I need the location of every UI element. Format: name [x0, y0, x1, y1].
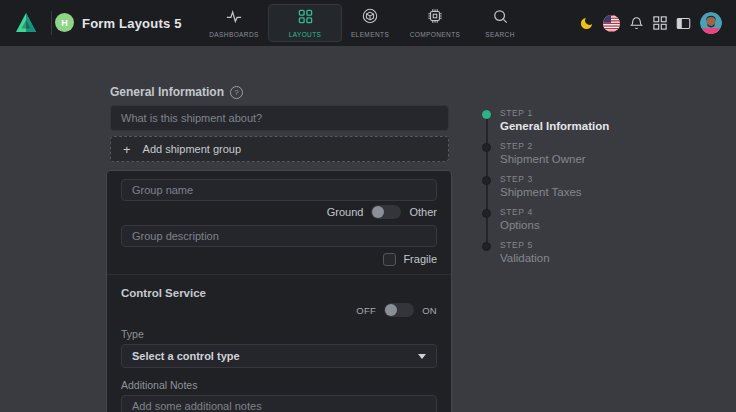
step-title: Shipment Taxes [500, 185, 609, 200]
step-dot [482, 209, 491, 218]
menu-label: COMPONENTS [410, 31, 461, 38]
step-label: STEP 3 [500, 174, 609, 185]
group-description-input[interactable] [121, 225, 437, 247]
control-type-value: Select a control type [132, 350, 240, 362]
additional-notes-label: Additional Notes [121, 379, 437, 391]
bell-icon[interactable] [629, 16, 644, 31]
step-dot [482, 110, 491, 119]
group-name-input[interactable] [121, 179, 437, 201]
stepper-step-1[interactable]: STEP 1 General Information [482, 108, 609, 134]
moon-icon[interactable] [579, 16, 594, 31]
card-divider [107, 274, 451, 275]
section-heading: General Information ? [110, 85, 243, 99]
chevron-down-icon [418, 354, 426, 359]
control-type-select[interactable]: Select a control type [121, 344, 437, 368]
step-title: Options [500, 218, 609, 233]
plus-icon: + [123, 143, 131, 156]
step-label: STEP 2 [500, 141, 609, 152]
menu-item-elements[interactable]: ELEMENTS [342, 0, 398, 46]
step-title: Validation [500, 251, 609, 266]
section-heading-text: General Information [110, 85, 224, 99]
shipment-about-input[interactable] [110, 105, 449, 131]
step-label: STEP 1 [500, 108, 609, 119]
control-service-toggle[interactable] [384, 303, 414, 317]
step-label: STEP 4 [500, 207, 609, 218]
activity-icon [226, 9, 242, 28]
toggle-right-label: Other [409, 206, 437, 218]
stepper-step-3[interactable]: STEP 3 Shipment Taxes [482, 174, 609, 200]
navbar-divider [51, 11, 52, 35]
menu-label: SEARCH [485, 31, 515, 38]
form-layouts-page: H Form Layouts 5 DASHBOARDS [0, 0, 736, 412]
menu-label: DASHBOARDS [209, 31, 259, 38]
search-icon [493, 9, 508, 28]
fragile-checkbox[interactable] [383, 253, 396, 266]
avatar[interactable] [700, 12, 722, 34]
navbar-actions [579, 0, 722, 46]
help-icon[interactable]: ? [230, 86, 243, 99]
toggle-left-label: Ground [327, 206, 364, 218]
toggle-knob [385, 304, 397, 316]
fragile-label: Fragile [403, 253, 437, 265]
grid-icon [298, 9, 313, 28]
step-title: Shipment Owner [500, 152, 609, 167]
context-badge[interactable]: H [55, 13, 74, 32]
menu-label: LAYOUTS [289, 31, 322, 38]
stepper-step-4[interactable]: STEP 4 Options [482, 207, 609, 233]
ground-other-toggle-row: Ground Other [121, 205, 437, 219]
step-label: STEP 5 [500, 240, 609, 251]
menu-label: ELEMENTS [351, 31, 389, 38]
step-dot [482, 242, 491, 251]
control-service-toggle-row: OFF ON [121, 303, 437, 317]
main-menu: DASHBOARDS LAYOUTS [200, 0, 528, 46]
menu-item-search[interactable]: SEARCH [472, 0, 528, 46]
fragile-row: Fragile [121, 252, 437, 266]
shipment-group-card: Ground Other Fragile Control Service OFF… [106, 170, 452, 412]
wizard-stepper: STEP 1 General Information STEP 2 Shipme… [482, 108, 609, 273]
stepper-step-2[interactable]: STEP 2 Shipment Owner [482, 141, 609, 167]
menu-item-components[interactable]: COMPONENTS [398, 0, 472, 46]
sidebar-toggle-icon[interactable] [676, 16, 691, 31]
apps-icon[interactable] [653, 16, 667, 30]
chip-icon [427, 8, 443, 28]
step-title: General Information [500, 119, 609, 134]
on-label: ON [422, 305, 437, 316]
add-group-label: Add shipment group [143, 143, 241, 155]
off-label: OFF [356, 305, 376, 316]
menu-item-dashboards[interactable]: DASHBOARDS [200, 0, 268, 46]
toggle-knob [372, 206, 384, 218]
page-title: Form Layouts 5 [82, 0, 182, 46]
ground-other-toggle[interactable] [371, 205, 401, 219]
step-dot [482, 143, 491, 152]
step-dot [482, 176, 491, 185]
additional-notes-input[interactable] [121, 395, 437, 412]
type-label: Type [121, 328, 437, 340]
cube-icon [362, 8, 378, 28]
app-logo-icon[interactable] [15, 12, 37, 33]
control-service-label: Control Service [121, 287, 437, 299]
top-navbar: H Form Layouts 5 DASHBOARDS [0, 0, 736, 46]
menu-item-layouts[interactable]: LAYOUTS [268, 4, 342, 42]
add-shipment-group-button[interactable]: + Add shipment group [110, 136, 449, 162]
us-flag-icon[interactable] [603, 15, 620, 32]
stepper-step-5[interactable]: STEP 5 Validation [482, 240, 609, 266]
